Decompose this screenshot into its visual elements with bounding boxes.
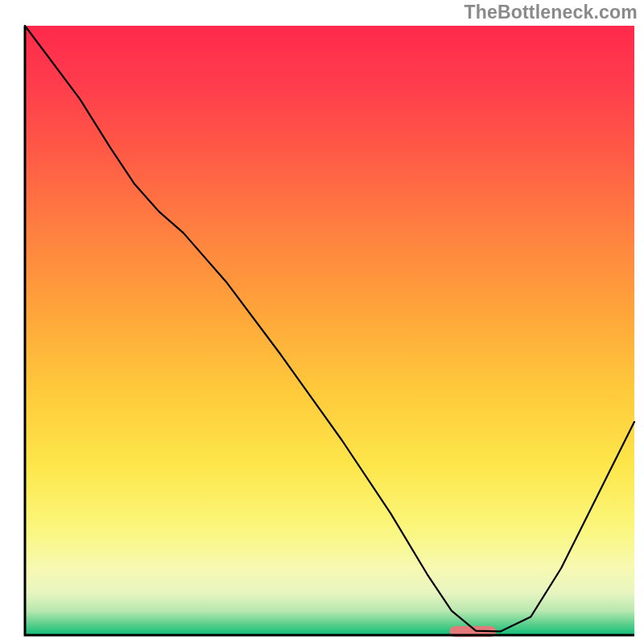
plot-background [25,26,634,635]
bottleneck-chart [0,0,644,644]
chart-container: { "attribution": "TheBottleneck.com", "c… [0,0,644,644]
attribution-label: TheBottleneck.com [464,2,638,23]
